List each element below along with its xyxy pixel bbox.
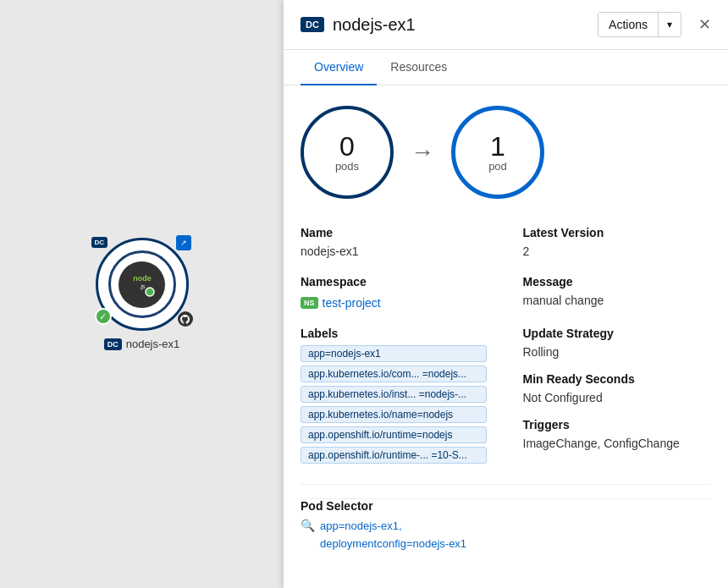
tab-resources[interactable]: Resources — [377, 50, 461, 85]
pod-selector-text: app=nodejs-ex1,deploymentconfig=nodejs-e… — [320, 518, 466, 553]
node-dc-badge: DC — [91, 237, 108, 248]
pod-selector-values: 🔍 app=nodejs-ex1,deploymentconfig=nodejs… — [301, 518, 711, 553]
pod-selector-search-icon: 🔍 — [301, 519, 315, 532]
list-item: app.openshift.io/runtime-... =10-S... — [301, 447, 487, 464]
list-item: app.kubernetes.io/name=nodejs — [301, 406, 487, 423]
triggers-label: Triggers — [523, 418, 712, 431]
target-pods-label: pod — [488, 160, 507, 173]
latest-version-label: Latest Version — [523, 226, 712, 239]
actions-button-label: Actions — [598, 13, 659, 36]
status-check-icon: ✓ — [95, 308, 112, 325]
current-pods-count: 0 — [339, 133, 355, 160]
triggers-value: ImageChange, ConfigChange — [523, 437, 712, 450]
update-strategy-label: Update Strategy — [523, 327, 712, 340]
labels-section: Labels app=nodejs-ex1app.kubernetes.io/c… — [301, 327, 506, 481]
list-item: app.kubernetes.io/com... =nodejs... — [301, 365, 487, 382]
drawer-dc-badge: DC — [301, 17, 324, 32]
drawer-title: nodejs-ex1 — [333, 15, 416, 35]
topology-node: node .js DC ↗ ✓ — [96, 238, 189, 350]
node-label-dc-badge: DC — [104, 338, 122, 350]
current-pods-circle: 0 pods — [301, 106, 394, 199]
right-fields-section: Update Strategy Rolling Min Ready Second… — [506, 327, 712, 481]
update-strategy-value: Rolling — [523, 345, 712, 359]
name-section: Name nodejs-ex1 — [301, 226, 506, 275]
svg-point-3 — [146, 288, 154, 296]
pod-selector-section: Pod Selector 🔍 app=nodejs-ex1,deployment… — [301, 498, 711, 553]
node-ring: node .js DC ↗ ✓ — [96, 238, 189, 331]
header-right: Actions ▾ ✕ — [598, 12, 711, 37]
node-inner-ring: node .js — [108, 250, 176, 318]
arrow-icon: → — [411, 139, 434, 166]
node-label-text: nodejs-ex1 — [126, 338, 180, 350]
pod-selector-label: Pod Selector — [301, 499, 711, 513]
name-label: Name — [301, 226, 506, 239]
namespace-link[interactable]: test-project — [323, 296, 381, 310]
list-item: app.kubernetes.io/inst... =nodejs-... — [301, 386, 487, 403]
min-ready-value: Not Configured — [523, 391, 712, 404]
pods-diagram: 0 pods → 1 pod — [301, 106, 711, 199]
svg-text:node: node — [133, 274, 152, 283]
drawer-header: DC nodejs-ex1 Actions ▾ ✕ — [284, 0, 728, 50]
node-label: DC nodejs-ex1 — [104, 338, 180, 350]
current-pods-label: pods — [335, 160, 359, 173]
right-panel: DC nodejs-ex1 Actions ▾ ✕ Overview Resou… — [284, 0, 728, 588]
divider — [301, 484, 711, 485]
target-pods-count: 1 — [490, 133, 505, 160]
node-circle-outer: node .js DC ↗ ✓ — [96, 238, 189, 331]
target-pods-circle: 1 pod — [451, 106, 544, 199]
latest-version-section: Latest Version 2 — [506, 226, 712, 275]
list-item: app=nodejs-ex1 — [301, 345, 487, 362]
labels-label: Labels — [301, 327, 506, 340]
node-logo: node .js — [119, 261, 165, 308]
actions-button[interactable]: Actions ▾ — [598, 12, 681, 37]
close-button[interactable]: ✕ — [698, 17, 711, 32]
overview-content: 0 pods → 1 pod Name nodejs-ex1 Latest Ve… — [284, 85, 728, 588]
tab-overview[interactable]: Overview — [301, 50, 377, 85]
external-link-icon[interactable]: ↗ — [176, 235, 191, 250]
namespace-badge: NS test-project — [301, 296, 381, 310]
svg-text:.js: .js — [139, 283, 146, 290]
latest-version-value: 2 — [523, 245, 712, 258]
label-tags: app=nodejs-ex1app.kubernetes.io/com... =… — [301, 345, 506, 464]
name-value: nodejs-ex1 — [301, 245, 506, 258]
drawer-title-area: DC nodejs-ex1 — [301, 15, 416, 35]
actions-caret-icon: ▾ — [659, 14, 681, 36]
message-value: manual change — [523, 294, 712, 307]
min-ready-label: Min Ready Seconds — [523, 372, 712, 386]
info-grid: Name nodejs-ex1 Latest Version 2 Namespa… — [301, 226, 711, 481]
nodejs-logo-svg: node .js — [126, 268, 158, 300]
namespace-section: Namespace NS test-project — [301, 275, 506, 327]
list-item: app.openshift.io/runtime=nodejs — [301, 426, 487, 443]
ns-icon: NS — [301, 297, 318, 309]
tabs-bar: Overview Resources — [284, 50, 728, 85]
namespace-label: Namespace — [301, 275, 506, 289]
message-label: Message — [523, 275, 712, 289]
message-section: Message manual change — [506, 275, 712, 327]
left-panel: node .js DC ↗ ✓ — [0, 0, 284, 588]
github-icon[interactable] — [178, 311, 193, 327]
